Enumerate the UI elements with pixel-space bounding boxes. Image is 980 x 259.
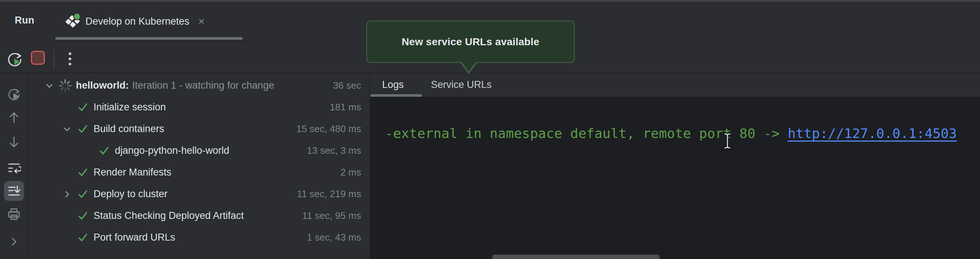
text-cursor-ibeam xyxy=(723,132,732,150)
toolbar-separator xyxy=(54,49,54,69)
stop-button[interactable] xyxy=(31,51,45,65)
spinner-icon xyxy=(57,78,73,94)
console-tab-strip: Logs Service URLs xyxy=(370,73,980,96)
next-occurrence-button[interactable] xyxy=(4,132,24,152)
soft-wrap-icon xyxy=(7,160,21,175)
expand-toolbar-button[interactable] xyxy=(4,232,24,252)
run-task-tree: helloworld: Iteration 1 - watching for c… xyxy=(29,75,369,259)
task-duration: 1 sec, 43 ms xyxy=(307,232,361,243)
rerun-disabled-button[interactable] xyxy=(4,84,24,105)
previous-occurrence-button[interactable] xyxy=(4,108,24,128)
more-options-button[interactable] xyxy=(62,49,78,70)
check-icon xyxy=(75,186,91,202)
task-label: Render Manifests xyxy=(94,167,172,178)
task-label: django-python-hello-world xyxy=(115,145,229,156)
tool-window-title: Run xyxy=(15,15,34,26)
horizontal-scrollbar-thumb[interactable] xyxy=(492,254,660,259)
balloon-text: New service URLs available xyxy=(402,36,539,48)
chevron-placeholder xyxy=(59,167,75,178)
check-icon xyxy=(75,121,91,137)
print-button[interactable] xyxy=(4,205,24,224)
tree-row-initialize-session[interactable]: Initialize session 181 ms xyxy=(29,96,369,118)
task-label: Port forward URLs xyxy=(94,232,175,243)
task-label: Deploy to cluster xyxy=(94,188,167,200)
scroll-to-end-button[interactable] xyxy=(4,181,24,201)
task-secondary-label: Iteration 1 - watching for change xyxy=(132,80,329,91)
tree-row-render-manifests[interactable]: Render Manifests 2 ms xyxy=(29,162,369,183)
task-duration: 13 sec, 3 ms xyxy=(307,145,361,156)
task-duration: 11 sec, 95 ms xyxy=(302,210,361,221)
tree-row-port-forward-urls[interactable]: Port forward URLs 1 sec, 43 ms xyxy=(29,227,369,248)
rerun-icon xyxy=(6,87,21,102)
chevron-placeholder xyxy=(80,145,97,156)
log-console[interactable]: -external in namespace default, remote p… xyxy=(370,97,980,259)
task-label: Status Checking Deployed Artifact xyxy=(94,210,244,221)
task-label: helloworld: xyxy=(76,80,129,91)
kubernetes-skaffold-icon xyxy=(65,13,82,30)
chevron-placeholder xyxy=(59,232,75,243)
tab-service-urls[interactable]: Service URLs xyxy=(431,79,492,91)
run-config-tab-title: Develop on Kubernetes xyxy=(86,16,189,27)
tab-logs[interactable]: Logs xyxy=(382,79,404,91)
task-duration: 15 sec, 480 ms xyxy=(296,123,361,135)
task-duration: 36 sec xyxy=(333,80,361,91)
service-url-link[interactable]: http://127.0.0.1:4503 xyxy=(788,126,957,141)
task-duration: 181 ms xyxy=(330,102,361,113)
chevron-placeholder xyxy=(59,210,75,221)
more-options-kebab-icon xyxy=(67,51,73,68)
arrow-down-icon xyxy=(7,135,21,149)
chevron-placeholder xyxy=(59,102,75,113)
rerun-button[interactable] xyxy=(5,49,24,70)
tree-row-helloworld[interactable]: helloworld: Iteration 1 - watching for c… xyxy=(29,75,369,96)
check-icon xyxy=(75,100,91,115)
task-duration: 2 ms xyxy=(340,167,361,178)
chevron-down-icon[interactable] xyxy=(41,80,57,91)
tree-row-deploy-to-cluster[interactable]: Deploy to cluster 11 sec, 219 ms xyxy=(29,183,369,205)
tree-row-status-checking[interactable]: Status Checking Deployed Artifact 11 sec… xyxy=(29,205,369,227)
active-console-tab-underline xyxy=(370,94,422,97)
rerun-icon xyxy=(6,51,23,68)
tree-row-build-containers[interactable]: Build containers 15 sec, 480 ms xyxy=(29,118,369,140)
chevron-right-icon[interactable] xyxy=(59,189,75,200)
arrow-up-icon xyxy=(7,111,21,124)
task-label: Build containers xyxy=(94,123,164,135)
check-icon xyxy=(75,230,91,245)
active-tab-underline xyxy=(55,37,243,40)
close-icon[interactable]: × xyxy=(198,16,205,27)
log-line: -external in namespace default, remote p… xyxy=(385,126,957,141)
check-icon xyxy=(97,143,112,159)
tree-row-django-python-hello-world[interactable]: django-python-hello-world 13 sec, 3 ms xyxy=(29,140,369,162)
printer-icon xyxy=(7,208,21,221)
scroll-to-end-icon xyxy=(7,184,21,198)
chevron-down-icon[interactable] xyxy=(59,124,75,135)
window-top-strip xyxy=(0,0,980,2)
check-icon xyxy=(75,208,91,224)
task-duration: 11 sec, 219 ms xyxy=(297,188,361,200)
check-icon xyxy=(75,165,91,180)
soft-wrap-button[interactable] xyxy=(4,157,24,177)
run-tool-window: Run Develop on Kubernetes × xyxy=(0,0,980,259)
balloon-tail-fill xyxy=(461,62,476,72)
notification-balloon: New service URLs available xyxy=(366,21,575,63)
task-label: Initialize session xyxy=(94,102,166,113)
run-config-tab[interactable]: Develop on Kubernetes × xyxy=(55,8,211,35)
chevron-right-icon xyxy=(8,236,19,247)
